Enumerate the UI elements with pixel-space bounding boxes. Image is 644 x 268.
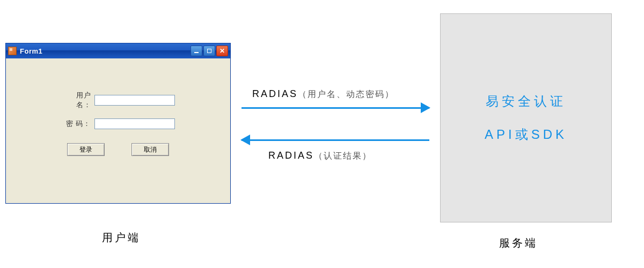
maximize-button[interactable] bbox=[203, 46, 215, 56]
response-payload: （认证结果） bbox=[314, 151, 372, 160]
request-protocol: RADIAS bbox=[252, 88, 298, 99]
login-button[interactable]: 登录 bbox=[67, 143, 105, 156]
close-icon: ✕ bbox=[219, 47, 225, 55]
server-line2: API或SDK bbox=[485, 126, 567, 143]
client-form-window: Form1 ✕ 用户名： 密 码： 登录 取消 bbox=[5, 43, 231, 204]
window-title: Form1 bbox=[20, 47, 191, 55]
button-row: 登录 取消 bbox=[6, 143, 230, 156]
server-line1: 易安全认证 bbox=[486, 93, 566, 110]
server-caption: 服务端 bbox=[499, 236, 538, 250]
response-protocol: RADIAS bbox=[268, 150, 314, 161]
password-input[interactable] bbox=[94, 118, 175, 129]
client-caption: 用户端 bbox=[102, 230, 141, 245]
close-button[interactable]: ✕ bbox=[216, 46, 228, 56]
minimize-button[interactable] bbox=[191, 46, 202, 56]
cancel-button[interactable]: 取消 bbox=[131, 143, 169, 156]
response-arrow bbox=[241, 139, 429, 141]
titlebar[interactable]: Form1 ✕ bbox=[6, 43, 230, 58]
username-row: 用户名： bbox=[6, 91, 230, 110]
maximize-icon bbox=[207, 49, 211, 53]
password-label: 密 码： bbox=[62, 119, 91, 129]
username-input[interactable] bbox=[94, 95, 175, 106]
request-arrow-label: RADIAS（用户名、动态密码） bbox=[252, 88, 394, 100]
request-arrow bbox=[241, 107, 429, 109]
server-box: 易安全认证 API或SDK bbox=[440, 13, 612, 222]
response-arrow-label: RADIAS（认证结果） bbox=[268, 150, 372, 162]
minimize-icon bbox=[194, 52, 199, 53]
password-row: 密 码： bbox=[6, 118, 230, 129]
form-body: 用户名： 密 码： 登录 取消 bbox=[6, 58, 230, 203]
username-label: 用户名： bbox=[62, 91, 91, 110]
window-controls: ✕ bbox=[191, 46, 228, 56]
request-payload: （用户名、动态密码） bbox=[298, 90, 394, 99]
app-icon bbox=[8, 47, 17, 55]
